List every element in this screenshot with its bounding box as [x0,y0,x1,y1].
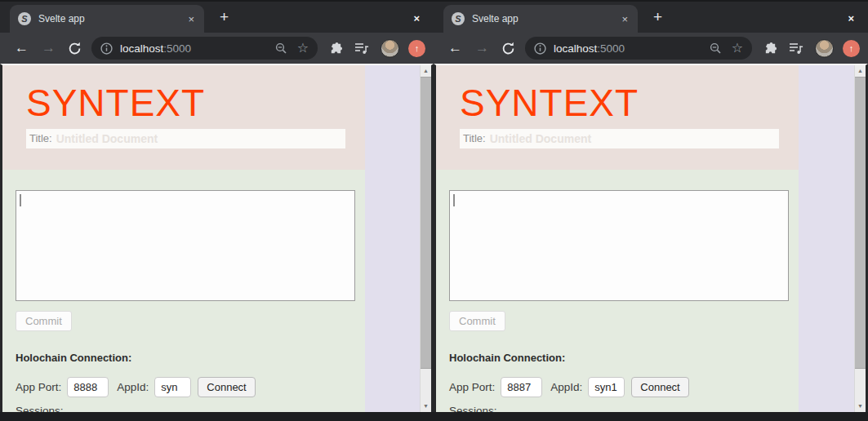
connection-heading: Holochain Connection: [16,352,365,364]
commit-button[interactable]: Commit [449,311,505,331]
app-title: SYNTEXT [26,82,365,124]
browser-window-2: S Svelte app × + × ← → localhost:5000 ☆ [434,0,868,421]
app-content: SYNTEXT Title: Commit Holochain Connecti… [2,65,365,412]
scrollbar-thumb[interactable] [421,77,431,369]
bookmark-star-icon[interactable]: ☆ [297,42,309,55]
browser-update-icon[interactable]: ↑ [843,40,860,57]
profile-avatar[interactable] [381,39,399,58]
page-viewport: SYNTEXT Title: Commit Holochain Connecti… [0,64,434,412]
address-bar[interactable]: localhost:5000 ☆ [91,37,318,60]
bookmark-star-icon[interactable]: ☆ [732,42,743,55]
window-bottom-edge [0,412,434,419]
scroll-down-icon[interactable]: ▼ [421,401,431,412]
text-caret [20,194,21,206]
scroll-up-icon[interactable]: ▲ [855,65,866,77]
forward-icon[interactable]: → [469,40,496,56]
text-caret [453,194,455,206]
document-title-input[interactable] [56,129,345,148]
app-id-label: AppId: [117,381,149,393]
title-label: Title: [460,132,490,144]
playlist-icon[interactable] [349,42,375,55]
new-tab-button[interactable]: + [220,8,229,26]
editor-section: Commit Holochain Connection: App Port: A… [2,170,365,417]
scroll-up-icon[interactable]: ▲ [421,65,431,77]
extensions-puzzle-icon[interactable] [758,42,783,55]
url-text: localhost:5000 [120,42,191,55]
vertical-scrollbar[interactable]: ▲ ▼ [420,65,431,412]
app-title: SYNTEXT [460,82,799,124]
tab-strip: S Svelte app × + × [434,0,868,33]
page-viewport: SYNTEXT Title: Commit Holochain Connecti… [434,64,868,412]
app-id-input[interactable] [588,377,625,397]
app-id-input[interactable] [154,377,191,397]
reload-icon[interactable] [496,42,521,55]
url-text: localhost:5000 [554,42,625,55]
document-textarea[interactable] [449,190,789,301]
commit-button[interactable]: Commit [16,311,72,331]
app-port-label: App Port: [16,381,61,393]
zoom-out-icon[interactable] [275,42,287,55]
tab-svelte-app[interactable]: S Svelte app × [443,5,638,33]
browser-toolbar: ← → localhost:5000 ☆ ↑ [0,33,434,64]
title-label: Title: [26,132,56,144]
document-textarea[interactable] [16,190,355,301]
app-port-label: App Port: [449,381,495,393]
document-title-bar: Title: [460,129,779,148]
connection-heading: Holochain Connection: [449,352,799,364]
tab-svelte-app[interactable]: S Svelte app × [10,5,204,33]
app-port-input[interactable] [501,377,542,397]
scrollbar-thumb[interactable] [855,77,866,369]
playlist-icon[interactable] [783,42,809,55]
tab-strip: S Svelte app × + × [0,0,434,33]
page-gutter [799,65,854,412]
profile-avatar[interactable] [815,39,834,58]
document-title-input[interactable] [490,129,779,148]
tab-title: Svelte app [472,13,620,24]
app-id-label: AppId: [550,381,582,393]
back-icon[interactable]: ← [8,40,35,56]
window-close-icon[interactable]: × [848,12,854,24]
back-icon[interactable]: ← [442,40,469,56]
tab-close-icon[interactable]: × [186,13,196,25]
browser-update-icon[interactable]: ↑ [408,40,425,57]
browser-window-1: S Svelte app × + × ← → localhost:5000 ☆ [0,0,434,421]
extensions-puzzle-icon[interactable] [323,42,349,55]
svelte-favicon-icon: S [452,12,465,25]
app-port-input[interactable] [67,377,109,397]
tab-title: Svelte app [38,13,186,24]
document-title-bar: Title: [26,129,345,148]
page-gutter [365,65,420,412]
vertical-scrollbar[interactable]: ▲ ▼ [854,65,866,412]
app-header: SYNTEXT Title: [436,65,799,170]
site-info-icon[interactable] [534,42,546,55]
connection-form: App Port: AppId: Connect [449,377,799,397]
app-header: SYNTEXT Title: [2,65,365,170]
connection-form: App Port: AppId: Connect [16,377,365,397]
app-content: SYNTEXT Title: Commit Holochain Connecti… [436,65,799,412]
connect-button[interactable]: Connect [631,377,688,397]
forward-icon[interactable]: → [35,40,62,56]
tab-close-icon[interactable]: × [620,13,630,25]
svelte-favicon-icon: S [18,12,31,25]
browser-toolbar: ← → localhost:5000 ☆ ↑ [434,33,868,64]
reload-icon[interactable] [62,42,87,55]
address-bar[interactable]: localhost:5000 ☆ [525,37,752,60]
new-tab-button[interactable]: + [653,8,662,26]
window-bottom-edge [434,412,868,419]
site-info-icon[interactable] [100,42,113,55]
window-close-icon[interactable]: × [413,12,420,24]
editor-section: Commit Holochain Connection: App Port: A… [436,170,799,417]
connect-button[interactable]: Connect [198,377,255,397]
scroll-down-icon[interactable]: ▼ [855,401,866,412]
zoom-out-icon[interactable] [710,42,722,55]
